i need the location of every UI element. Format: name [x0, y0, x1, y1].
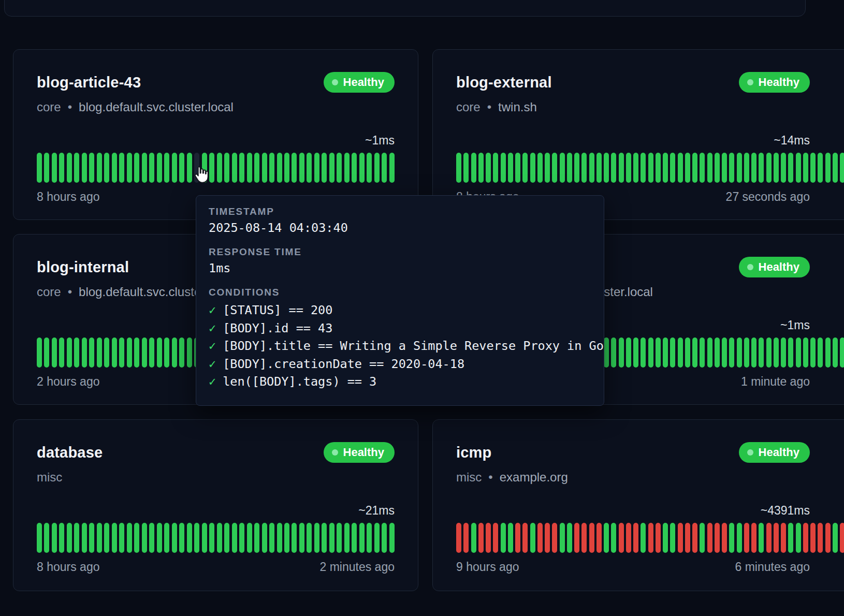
uptime-bar[interactable] — [656, 523, 661, 553]
uptime-bar[interactable] — [633, 523, 638, 553]
uptime-bar[interactable] — [751, 338, 756, 368]
uptime-bar[interactable] — [82, 338, 87, 368]
uptime-bar[interactable] — [89, 338, 94, 368]
uptime-bar[interactable] — [463, 523, 469, 553]
uptime-bar[interactable] — [322, 153, 327, 183]
uptime-bar[interactable] — [37, 338, 42, 368]
uptime-bar[interactable] — [471, 153, 476, 183]
uptime-bar[interactable] — [685, 153, 690, 183]
uptime-bar[interactable] — [269, 523, 274, 553]
uptime-bars[interactable] — [456, 153, 844, 183]
uptime-bar[interactable] — [97, 153, 102, 183]
uptime-bar[interactable] — [619, 338, 624, 368]
uptime-bar[interactable] — [641, 523, 646, 553]
uptime-bar[interactable] — [157, 523, 162, 553]
uptime-bar[interactable] — [818, 523, 823, 553]
uptime-bar[interactable] — [217, 153, 222, 183]
uptime-bar[interactable] — [74, 523, 79, 553]
uptime-bar[interactable] — [329, 523, 334, 553]
uptime-bar[interactable] — [840, 523, 844, 553]
uptime-bar[interactable] — [119, 153, 124, 183]
uptime-bar[interactable] — [187, 338, 192, 368]
uptime-bar[interactable] — [707, 523, 712, 553]
uptime-bar[interactable] — [803, 153, 808, 183]
uptime-bar[interactable] — [299, 523, 304, 553]
uptime-bar[interactable] — [759, 153, 764, 183]
uptime-bar[interactable] — [567, 153, 572, 183]
uptime-bar[interactable] — [700, 523, 705, 553]
uptime-bar[interactable] — [209, 523, 214, 553]
uptime-bar[interactable] — [134, 338, 139, 368]
uptime-bar[interactable] — [626, 338, 631, 368]
uptime-bar[interactable] — [74, 153, 79, 183]
uptime-bar[interactable] — [604, 153, 609, 183]
uptime-bar[interactable] — [142, 338, 147, 368]
uptime-bar[interactable] — [707, 338, 712, 368]
uptime-bar[interactable] — [840, 338, 844, 368]
uptime-bar[interactable] — [52, 338, 57, 368]
uptime-bar[interactable] — [589, 523, 594, 553]
uptime-bar[interactable] — [149, 523, 154, 553]
uptime-bar[interactable] — [164, 338, 169, 368]
uptime-bar[interactable] — [292, 523, 297, 553]
uptime-bar[interactable] — [179, 153, 184, 183]
uptime-bar[interactable] — [589, 153, 594, 183]
uptime-bar[interactable] — [314, 523, 319, 553]
uptime-bar[interactable] — [611, 153, 616, 183]
uptime-bar[interactable] — [501, 523, 506, 553]
uptime-bar[interactable] — [685, 338, 690, 368]
uptime-bar[interactable] — [59, 523, 64, 553]
uptime-bar[interactable] — [788, 523, 793, 553]
uptime-bar[interactable] — [744, 338, 749, 368]
uptime-bar[interactable] — [232, 153, 237, 183]
uptime-bar[interactable] — [67, 153, 72, 183]
uptime-bar[interactable] — [44, 153, 49, 183]
uptime-bar[interactable] — [456, 153, 461, 183]
uptime-bar[interactable] — [781, 338, 786, 368]
uptime-bar[interactable] — [284, 153, 289, 183]
uptime-bar[interactable] — [508, 153, 513, 183]
uptime-bar[interactable] — [352, 153, 357, 183]
uptime-bar[interactable] — [367, 153, 372, 183]
uptime-bar[interactable] — [619, 523, 624, 553]
uptime-bar[interactable] — [722, 153, 727, 183]
uptime-bar[interactable] — [194, 523, 199, 553]
uptime-bar[interactable] — [97, 338, 102, 368]
uptime-bar[interactable] — [670, 338, 675, 368]
uptime-bar[interactable] — [493, 153, 498, 183]
uptime-bar[interactable] — [142, 153, 147, 183]
uptime-bar[interactable] — [596, 153, 602, 183]
uptime-bar[interactable] — [833, 153, 838, 183]
uptime-bar[interactable] — [522, 153, 528, 183]
uptime-bar[interactable] — [104, 153, 109, 183]
uptime-bar[interactable] — [692, 153, 697, 183]
uptime-bar[interactable] — [818, 153, 823, 183]
uptime-bar[interactable] — [37, 153, 42, 183]
uptime-bar[interactable] — [810, 338, 816, 368]
uptime-bar[interactable] — [788, 338, 793, 368]
uptime-bar[interactable] — [119, 338, 124, 368]
uptime-bar[interactable] — [722, 338, 727, 368]
uptime-bar[interactable] — [149, 153, 154, 183]
uptime-bar[interactable] — [692, 338, 697, 368]
uptime-bar[interactable] — [656, 153, 661, 183]
uptime-bar[interactable] — [501, 153, 506, 183]
uptime-bar[interactable] — [663, 338, 668, 368]
uptime-bar[interactable] — [478, 523, 484, 553]
uptime-bar[interactable] — [359, 523, 365, 553]
uptime-bar[interactable] — [729, 523, 734, 553]
uptime-bar[interactable] — [202, 153, 207, 183]
uptime-bar[interactable] — [239, 523, 244, 553]
uptime-bar[interactable] — [715, 338, 720, 368]
uptime-bar[interactable] — [825, 523, 831, 553]
uptime-bar[interactable] — [633, 338, 638, 368]
uptime-bar[interactable] — [574, 153, 579, 183]
uptime-bar[interactable] — [774, 523, 779, 553]
uptime-bar[interactable] — [508, 523, 513, 553]
uptime-bar[interactable] — [187, 523, 192, 553]
uptime-bar[interactable] — [840, 153, 844, 183]
uptime-bar[interactable] — [142, 523, 147, 553]
uptime-bar[interactable] — [89, 523, 94, 553]
uptime-bar[interactable] — [127, 153, 132, 183]
uptime-bar[interactable] — [648, 338, 653, 368]
